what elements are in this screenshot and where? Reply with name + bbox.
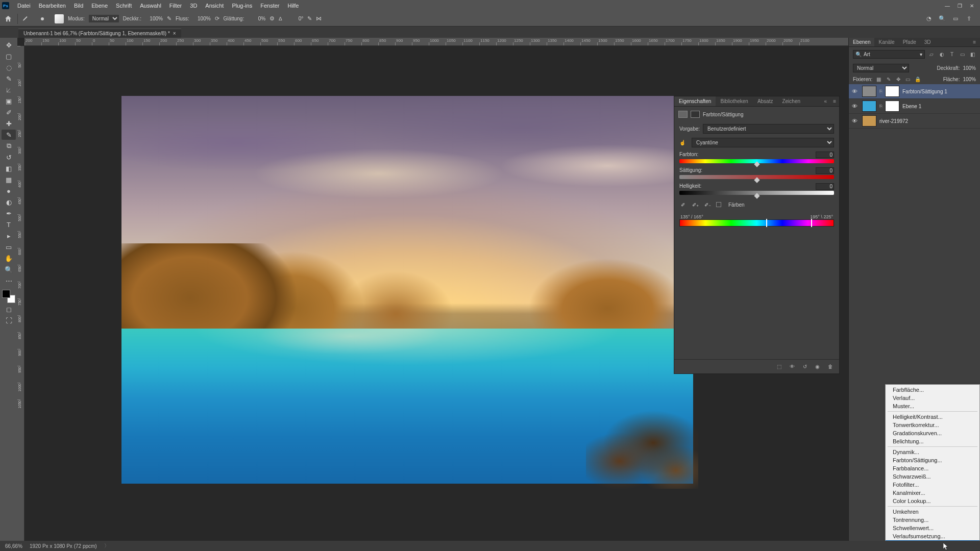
menu-item[interactable]: Helligkeit/Kontrast... [886,413,979,421]
maximize-button[interactable]: ❐ [953,1,966,11]
menu-filter[interactable]: Filter [165,3,186,9]
history-brush-tool[interactable]: ↺ [2,152,16,162]
panel-menu-icon[interactable]: ≡ [830,96,839,106]
saturation-slider[interactable] [679,175,834,179]
tab-paths[interactable]: Pfade [899,38,920,46]
lightness-value[interactable]: 0 [816,183,834,190]
reset-icon[interactable]: ↺ [801,363,808,370]
quick-select-tool[interactable]: ✎ [2,73,16,84]
link-icon[interactable]: ⎘ [879,89,882,94]
mask-thumbnail[interactable] [885,86,899,97]
menu-item[interactable]: Gradationskurven... [886,429,979,437]
menu-item[interactable]: Farbfläche... [886,386,979,394]
saturation-value[interactable]: 0 [816,167,834,174]
hue-value[interactable]: 0 [816,152,834,158]
airbrush-icon[interactable]: ⟳ [215,15,219,22]
visibility-icon[interactable]: 👁 [852,88,859,94]
layer-filter-field[interactable]: 🔍 Art ▾ [853,50,925,59]
layer-row[interactable]: 👁river-219972 [849,114,980,129]
type-tool[interactable]: T [2,219,16,230]
clip-mask-icon[interactable]: ⬚ [775,363,783,370]
layer-name[interactable]: Ebene 1 [902,104,977,109]
brush-color-swatch[interactable] [55,14,64,23]
hue-range-bar[interactable] [679,219,834,227]
lock-move-icon[interactable]: ✥ [895,76,901,83]
view-previous-icon[interactable]: ◉ [814,363,821,370]
colorize-checkbox[interactable] [716,202,721,207]
marquee-tool[interactable]: ▢ [2,51,16,61]
eyedropper-sub-icon[interactable]: ✐₋ [704,201,711,208]
menu-bild[interactable]: Bild [70,3,87,9]
gradient-tool[interactable]: ▦ [2,174,16,185]
brush-tool[interactable]: ✎ [2,130,16,140]
layer-thumbnail[interactable] [862,86,876,97]
eyedropper-tool[interactable]: ✐ [2,107,16,117]
pen-tool[interactable]: ✒ [2,208,16,218]
layer-row[interactable]: 👁⎘Farbton/Sättigung 1 [849,84,980,99]
tab-layers[interactable]: Ebenen [849,38,874,46]
menu-item[interactable]: Tontrennung... [886,516,979,524]
symmetry-icon[interactable]: ⋈ [316,15,322,22]
filter-type-icon[interactable]: T [948,51,955,58]
link-icon[interactable]: ⎘ [879,104,882,109]
filter-image-icon[interactable]: ▱ [928,51,935,58]
path-select-tool[interactable]: ▸ [2,231,16,241]
layer-thumbnail[interactable] [862,101,876,112]
close-document-icon[interactable]: × [173,31,176,36]
menu-item[interactable]: Color Lookup... [886,497,979,505]
frame-tool[interactable]: ▣ [2,96,16,106]
eraser-tool[interactable]: ◧ [2,163,16,173]
home-icon[interactable] [3,14,13,24]
delete-adjustment-icon[interactable]: 🗑 [826,363,834,370]
hue-slider[interactable] [679,159,834,163]
menu-item[interactable]: Belichtung... [886,437,979,445]
channel-select[interactable]: Cyantöne [692,138,834,147]
menu-item[interactable]: Dynamik... [886,448,979,456]
mask-thumbnail[interactable] [885,101,899,112]
menu-item[interactable]: Fotofilter... [886,481,979,489]
tab-properties[interactable]: Eigenschaften [674,96,716,106]
layers-menu-icon[interactable]: ≡ [969,38,980,46]
smoothing-value[interactable]: 0% [248,16,265,21]
menu-item[interactable]: Umkehren [886,508,979,516]
tab-libraries[interactable]: Bibliotheken [716,96,752,106]
menu-schrift[interactable]: Schrift [112,3,136,9]
eyedropper-add-icon[interactable]: ✐₊ [692,201,699,208]
menu-ansicht[interactable]: Ansicht [201,3,228,9]
quickmask-icon[interactable]: ◻ [2,304,16,314]
menu-item[interactable]: Schwellenwert... [886,524,979,532]
menu-ebene[interactable]: Ebene [87,3,112,9]
layer-opacity-value[interactable]: 100% [963,65,976,71]
lightness-slider[interactable] [679,191,834,195]
search-icon[interactable]: 🔍 [938,15,946,23]
visibility-icon[interactable]: 👁 [852,103,859,109]
layer-name[interactable]: Farbton/Sättigung 1 [902,89,977,94]
menu-fenster[interactable]: Fenster [256,3,283,9]
lock-all-icon[interactable]: 🔒 [914,76,921,83]
share-icon[interactable]: ⇪ [965,15,973,23]
layer-blend-select[interactable]: Normal [853,64,909,72]
screenmode-icon[interactable]: ⛶ [2,315,16,325]
menu-item[interactable]: Farbton/Sättigung... [886,456,979,464]
shape-tool[interactable]: ▭ [2,242,16,252]
filter-adjust-icon[interactable]: ◐ [938,51,945,58]
edit-toolbar-icon[interactable]: ⋯ [2,276,16,286]
workspace-icon[interactable]: ▭ [951,15,960,23]
clone-tool[interactable]: ⧉ [2,141,16,151]
minimize-button[interactable]: — [941,1,953,11]
blend-mode-select[interactable]: Normal [89,15,119,22]
tab-character[interactable]: Zeichen [777,96,805,106]
brush-tool-icon[interactable] [22,14,30,23]
menu-plug-ins[interactable]: Plug-ins [228,3,256,9]
document-tab[interactable]: Unbenannt-1 bei 66,7% (Farbton/Sättigung… [18,29,181,38]
blur-tool[interactable]: ● [2,186,16,196]
menu-item[interactable]: Schwarzweiß... [886,472,979,481]
menu-datei[interactable]: Datei [13,3,35,9]
lock-artboard-icon[interactable]: ▭ [904,76,911,83]
tab-3d[interactable]: 3D [920,38,935,46]
close-window-button[interactable]: ✕ [966,1,978,11]
tab-paragraph[interactable]: Absatz [753,96,778,106]
layer-name[interactable]: river-219972 [879,118,977,124]
flow-value[interactable]: 100% [193,16,211,21]
angle-value[interactable]: 0° [286,16,303,21]
